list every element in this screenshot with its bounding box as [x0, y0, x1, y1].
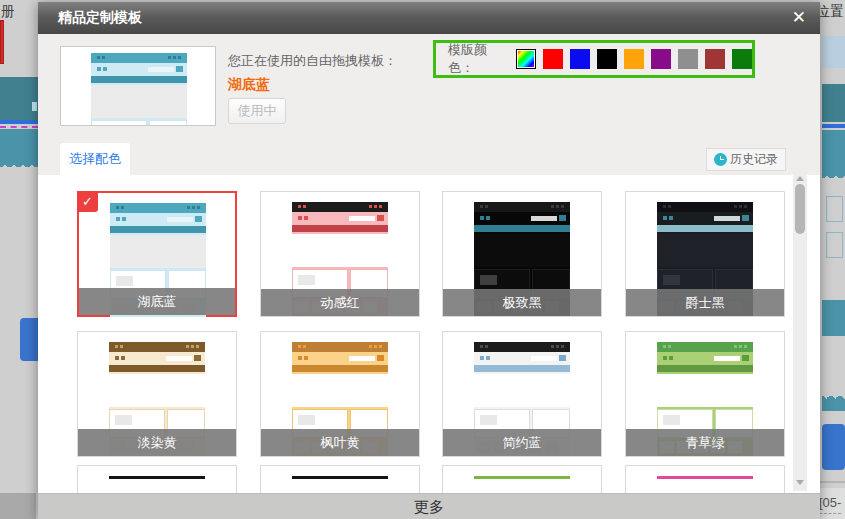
- tab-select-colors[interactable]: 选择配色: [60, 143, 130, 176]
- template-card-partial-2[interactable]: [260, 465, 420, 493]
- bg-teal-zigzag-left: [0, 129, 38, 162]
- premium-template-dialog: 精品定制模板 ✕ 您正在使用的自由拖拽模板： 湖底蓝 使用中 模版颜色： 选择配…: [38, 2, 820, 519]
- template-name: 极致黑: [503, 295, 542, 310]
- template-name: 青草绿: [686, 435, 725, 450]
- scrollbar-thumb[interactable]: [795, 184, 805, 234]
- template-card-简约蓝[interactable]: ✓ 简约蓝: [442, 331, 602, 457]
- bg-dashed-line-left: [0, 126, 38, 128]
- scrollbar-down-icon[interactable]: [796, 480, 804, 489]
- bg-teal-block-right: [822, 84, 845, 122]
- bg-bottom-dark-left: [0, 493, 36, 519]
- bg-blue-line-left: [0, 120, 38, 124]
- template-card-极致黑[interactable]: ✓ 极致黑: [442, 191, 602, 317]
- template-colors-panel: 模版颜色：: [433, 40, 755, 78]
- template-card-爵士黑[interactable]: ✓ 爵士黑: [625, 191, 785, 317]
- color-swatch-dark-red[interactable]: [705, 49, 725, 69]
- template-name: 淡染黄: [138, 435, 177, 450]
- bg-lightblue-block-right: [822, 36, 845, 68]
- template-card-动感红[interactable]: ✓ 动感红: [260, 191, 420, 317]
- in-use-button[interactable]: 使用中: [228, 98, 286, 124]
- template-name: 爵士黑: [686, 295, 725, 310]
- color-swatch-blue[interactable]: [570, 49, 590, 69]
- template-colors-label: 模版颜色：: [448, 41, 506, 77]
- template-card-湖底蓝[interactable]: ✓ 湖底蓝: [77, 191, 237, 317]
- color-swatches: [516, 49, 752, 69]
- color-swatch-rainbow[interactable]: [516, 49, 536, 69]
- bg-bottom-right-text: [05-: [819, 495, 841, 514]
- bg-teal-small-right: [822, 300, 845, 336]
- scrollbar-up-icon[interactable]: [796, 172, 804, 181]
- color-swatch-gray[interactable]: [678, 49, 698, 69]
- bg-teal-zigzag-right: [822, 130, 845, 173]
- color-swatch-purple[interactable]: [651, 49, 671, 69]
- screen: 册 位置 [05- 精品定制模板 ✕ 您正在使用的自由拖拽: [0, 0, 845, 519]
- history-button[interactable]: 历史记录: [706, 148, 786, 171]
- dialog-titlebar: 精品定制模板 ✕: [38, 2, 820, 34]
- bg-teal-block-left: [0, 77, 38, 121]
- bg-blue-line-right: [822, 124, 845, 128]
- bg-blue-button-left: [20, 318, 38, 361]
- history-label: 历史记录: [730, 151, 778, 168]
- color-swatch-red[interactable]: [543, 49, 563, 69]
- template-grid: ✓ 湖底蓝 ✓ 动感红 ✓ 极致黑: [38, 175, 820, 493]
- color-swatch-black[interactable]: [597, 49, 617, 69]
- bg-outline-box-1: [826, 196, 843, 222]
- close-icon[interactable]: ✕: [792, 7, 806, 28]
- template-name: 枫叶黄: [321, 435, 360, 450]
- bg-right-text: 位置: [816, 3, 844, 21]
- current-template-intro: 您正在使用的自由拖拽模板：: [228, 52, 397, 70]
- current-template-thumbnail: [91, 53, 187, 126]
- selected-check-icon: ✓: [77, 191, 98, 212]
- bg-red-bar: [0, 20, 4, 64]
- bg-gray-line-right: [820, 481, 845, 483]
- template-card-枫叶黄[interactable]: ✓ 枫叶黄: [260, 331, 420, 457]
- current-template-name: 湖底蓝: [228, 76, 270, 94]
- template-card-青草绿[interactable]: ✓ 青草绿: [625, 331, 785, 457]
- bg-left-text: 册: [1, 3, 15, 21]
- bg-outline-box-2: [826, 232, 843, 258]
- template-name: 简约蓝: [503, 435, 542, 450]
- color-swatch-green[interactable]: [732, 49, 752, 69]
- bg-blue-button-right: [822, 424, 845, 470]
- more-button[interactable]: 更多: [38, 493, 820, 519]
- current-template-preview: [60, 46, 216, 126]
- template-card-partial-1[interactable]: [77, 465, 237, 493]
- template-card-partial-3[interactable]: [442, 465, 602, 493]
- template-card-淡染黄[interactable]: ✓ 淡染黄: [77, 331, 237, 457]
- bg-teal-zigzag-top-right: [822, 401, 845, 411]
- color-swatch-orange[interactable]: [624, 49, 644, 69]
- template-name: 湖底蓝: [138, 294, 177, 309]
- dialog-title: 精品定制模板: [58, 9, 142, 27]
- template-name: 动感红: [321, 295, 360, 310]
- template-card-partial-4[interactable]: [625, 465, 785, 493]
- clock-icon: [714, 153, 727, 166]
